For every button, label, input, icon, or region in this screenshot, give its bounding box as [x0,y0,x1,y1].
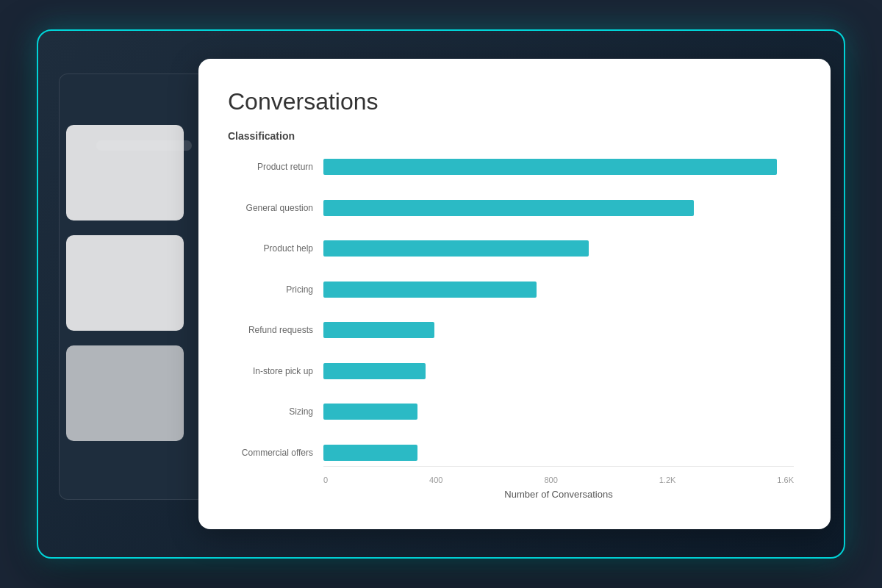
bar-fill [323,240,589,257]
bar-label: Product return [228,162,323,172]
bar-track [323,200,794,216]
classification-label: Classification [228,130,794,142]
bar-fill [323,363,426,379]
bar-track [323,445,794,461]
x-axis-label: Number of Conversations [323,489,794,500]
outer-container: Conversations Classification Product ret… [37,29,845,559]
bar-label: Sizing [228,406,323,417]
bar-label: Pricing [228,284,323,295]
sidebar-card-3 [66,345,184,441]
bar-track [323,282,794,298]
chart-title: Conversations [228,88,794,115]
sidebar-card-2 [66,235,184,331]
bar-label: Refund requests [228,325,323,335]
bar-row: In-store pick up [228,358,794,384]
bar-label: General question [228,203,323,213]
chart-area: Product returnGeneral questionProduct he… [228,154,794,466]
bar-row: Refund requests [228,317,794,343]
bar-fill [323,404,417,420]
bar-track [323,240,794,257]
bar-fill [323,159,777,175]
x-tick: 0 [323,476,328,484]
sidebar-card-1 [66,125,184,220]
bar-row: General question [228,195,794,221]
bar-row: Product help [228,235,794,262]
x-tick: 1.6K [777,476,794,484]
x-axis-ticks: 04008001.2K1.6K [323,476,794,484]
x-tick: 400 [429,476,442,484]
bar-track [323,159,794,175]
bar-fill [323,282,537,298]
bar-row: Product return [228,154,794,180]
bar-track [323,404,794,420]
bar-row: Commercial offers [228,440,794,466]
main-chart-card: Conversations Classification Product ret… [198,59,831,529]
x-tick: 1.2K [659,476,676,484]
bar-row: Sizing [228,398,794,425]
x-tick: 800 [544,476,557,484]
bar-fill [323,200,694,216]
bar-fill [323,445,417,461]
x-axis-line [323,466,794,467]
bar-row: Pricing [228,276,794,303]
bar-label: Product help [228,243,323,254]
bar-label: Commercial offers [228,448,323,458]
bar-track [323,322,794,338]
bar-label: In-store pick up [228,366,323,376]
bar-fill [323,322,434,338]
bar-track [323,363,794,379]
